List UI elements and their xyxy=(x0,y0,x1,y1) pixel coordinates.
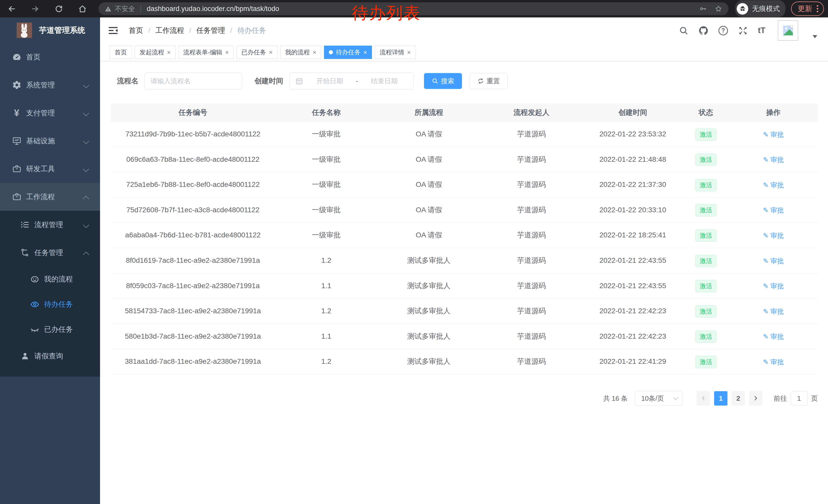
action-cell: ✎审批 xyxy=(729,223,818,248)
task-id-cell: 8f0d1619-7ac8-11ec-a9e2-a2380e71991a xyxy=(111,248,275,273)
goto-page-input[interactable] xyxy=(791,391,808,406)
sidebar-item-system[interactable]: 系统管理 xyxy=(0,71,100,99)
github-icon[interactable] xyxy=(699,26,708,35)
approve-link[interactable]: ✎审批 xyxy=(763,274,784,299)
created-cell: 2022-01-21 22:41:29 xyxy=(583,349,683,374)
start-date-placeholder[interactable]: 开始日期 xyxy=(305,77,355,86)
approve-link[interactable]: ✎审批 xyxy=(763,350,784,374)
approve-link[interactable]: ✎审批 xyxy=(763,173,784,197)
end-date-placeholder[interactable]: 结束日期 xyxy=(359,77,409,86)
url-text[interactable]: dashboard.yudao.iocoder.cn/bpm/task/todo xyxy=(147,5,279,13)
browser-menu-icon[interactable] xyxy=(817,5,818,12)
status-cell: 激活 xyxy=(683,198,729,223)
avatar[interactable] xyxy=(778,20,798,41)
sidebar-item-done-tasks[interactable]: 已办任务 xyxy=(0,317,100,342)
sidebar-item-my-process[interactable]: 我的流程 xyxy=(0,267,100,292)
forward-icon[interactable] xyxy=(29,3,41,15)
breadcrumb-workflow[interactable]: 工作流程 xyxy=(156,26,184,35)
password-key-icon[interactable] xyxy=(699,5,707,12)
avatar-dropdown-caret[interactable] xyxy=(813,35,817,38)
edit-icon: ✎ xyxy=(763,308,769,315)
tab-home[interactable]: 首页 xyxy=(110,46,132,59)
sidebar-item-workflow[interactable]: 工作流程 xyxy=(0,183,100,211)
browser-update-button[interactable]: 更新 xyxy=(791,2,824,16)
sidebar-item-home[interactable]: 首页 xyxy=(0,43,100,71)
app-logo[interactable]: 芋道管理系统 xyxy=(0,17,100,43)
bookmark-star-icon[interactable] xyxy=(715,5,722,12)
process-cell: 测试多审批人 xyxy=(378,324,480,349)
task-id-cell: 381aa1dd-7ac8-11ec-a9e2-a2380e71991a xyxy=(111,349,275,374)
home-icon[interactable] xyxy=(76,3,88,15)
col-task-name: 任务名称 xyxy=(275,103,378,122)
tag-views-bar: 首页 发起流程× 流程表单-编辑× 已办任务× 我的流程× 待办任务× 流程详情… xyxy=(100,44,828,61)
search-button[interactable]: 搜索 xyxy=(424,73,462,89)
sidebar-item-payment[interactable]: ¥ 支付管理 xyxy=(0,99,100,127)
status-badge: 激活 xyxy=(695,129,716,141)
status-badge: 激活 xyxy=(695,204,716,216)
security-warning-icon[interactable] xyxy=(105,5,112,12)
tab-start-process[interactable]: 发起流程× xyxy=(135,46,176,59)
breadcrumb-home[interactable]: 首页 xyxy=(129,26,143,35)
approve-link[interactable]: ✎审批 xyxy=(763,147,784,172)
page-button-1[interactable]: 1 xyxy=(714,391,728,406)
edit-icon: ✎ xyxy=(763,258,769,264)
approve-link[interactable]: ✎审批 xyxy=(763,299,784,324)
close-icon[interactable]: × xyxy=(363,49,367,56)
approve-link[interactable]: ✎审批 xyxy=(763,122,784,147)
task-id-cell: 069c6a63-7b8a-11ec-8ef0-acde48001122 xyxy=(111,147,275,172)
starter-cell: 芋道源码 xyxy=(480,324,583,349)
prev-page-button[interactable]: ‹ xyxy=(697,391,710,406)
status-cell: 激活 xyxy=(683,122,729,147)
status-badge: 激活 xyxy=(695,229,716,242)
table-row: 8f059c03-7ac8-11ec-a9e2-a2380e71991a 1.1… xyxy=(111,274,818,299)
task-name-cell: 1.1 xyxy=(275,274,378,299)
starter-cell: 芋道源码 xyxy=(480,349,583,374)
next-page-button[interactable]: › xyxy=(749,391,762,406)
tab-todo-tasks[interactable]: 待办任务× xyxy=(324,46,372,59)
address-bar[interactable]: 不安全 dashboard.yudao.iocoder.cn/bpm/task/… xyxy=(98,2,729,15)
process-cell: 测试多审批人 xyxy=(378,274,480,299)
edit-icon: ✎ xyxy=(763,232,769,239)
close-icon[interactable]: × xyxy=(225,49,229,56)
close-icon[interactable]: × xyxy=(269,49,273,56)
tab-done-tasks[interactable]: 已办任务× xyxy=(237,46,278,59)
task-name-cell: 一级审批 xyxy=(275,172,378,197)
date-range-picker[interactable]: 开始日期 - 结束日期 xyxy=(289,73,414,89)
status-cell: 激活 xyxy=(683,324,729,349)
page-size-select[interactable]: 10条/页 xyxy=(635,391,682,406)
tab-my-process[interactable]: 我的流程× xyxy=(280,46,321,59)
tab-process-detail[interactable]: 流程详情× xyxy=(375,46,416,59)
reset-button[interactable]: 重置 xyxy=(470,73,508,89)
breadcrumb-task-management[interactable]: 任务管理 xyxy=(197,26,225,35)
sidebar-item-todo-tasks[interactable]: 待办任务 xyxy=(0,292,100,317)
sidebar-item-task-management[interactable]: 任务管理 xyxy=(0,239,100,267)
task-id-cell: 73211d9d-7b9b-11ec-b5b7-acde48001122 xyxy=(111,122,275,147)
action-cell: ✎审批 xyxy=(729,299,818,324)
help-icon[interactable]: ? xyxy=(718,26,728,35)
sidebar-item-process-management[interactable]: 流程管理 xyxy=(0,211,100,239)
sidebar-collapse-icon[interactable] xyxy=(107,24,120,37)
text-size-icon[interactable]: tT xyxy=(758,26,765,35)
fullscreen-icon[interactable] xyxy=(738,26,748,35)
approve-link[interactable]: ✎审批 xyxy=(763,198,784,223)
tab-process-form-edit[interactable]: 流程表单-编辑× xyxy=(178,46,234,59)
close-icon[interactable]: × xyxy=(167,49,171,56)
approve-link[interactable]: ✎审批 xyxy=(763,249,784,273)
approve-link[interactable]: ✎审批 xyxy=(763,223,784,248)
yen-icon: ¥ xyxy=(11,108,23,119)
close-icon[interactable]: × xyxy=(407,49,411,56)
close-icon[interactable]: × xyxy=(313,49,317,56)
reload-icon[interactable] xyxy=(53,3,65,15)
back-icon[interactable] xyxy=(6,3,17,15)
action-cell: ✎审批 xyxy=(729,172,818,197)
status-cell: 激活 xyxy=(683,274,729,299)
search-icon[interactable] xyxy=(679,26,689,35)
chevron-down-icon xyxy=(83,82,89,88)
sidebar-item-infrastructure[interactable]: 基础设施 xyxy=(0,127,100,155)
approve-link[interactable]: ✎审批 xyxy=(763,324,784,349)
status-badge: 激活 xyxy=(695,179,716,191)
sidebar-item-leave-query[interactable]: 请假查询 xyxy=(0,342,100,370)
page-button-2[interactable]: 2 xyxy=(732,391,745,406)
process-name-input[interactable] xyxy=(145,73,242,89)
sidebar-item-devtools[interactable]: 研发工具 xyxy=(0,155,100,183)
